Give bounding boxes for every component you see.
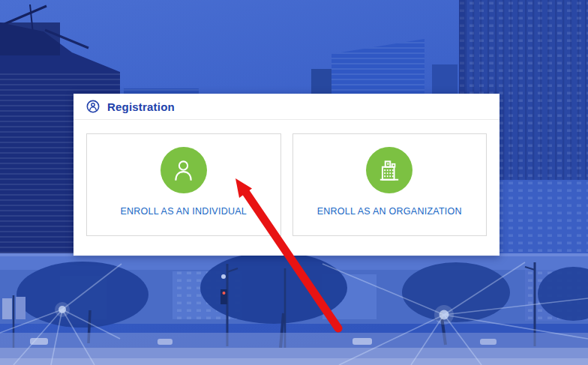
building-icon — [366, 147, 412, 193]
enroll-individual-label: ENROLL AS AN INDIVIDUAL — [120, 206, 247, 217]
enroll-organization-label: ENROLL AS AN ORGANIZATION — [317, 206, 462, 217]
person-icon — [160, 147, 207, 193]
user-circle-icon — [86, 99, 100, 114]
enroll-individual-card[interactable]: ENROLL AS AN INDIVIDUAL — [86, 133, 281, 236]
registration-screen: Registration ENROLL AS AN INDIVIDUAL — [0, 0, 588, 365]
page-title: Registration — [107, 100, 175, 113]
registration-panel: Registration ENROLL AS AN INDIVIDUAL — [74, 94, 500, 256]
panel-header: Registration — [74, 94, 500, 120]
enroll-options: ENROLL AS AN INDIVIDUAL — [74, 120, 500, 256]
enroll-organization-card[interactable]: ENROLL AS AN ORGANIZATION — [292, 133, 488, 236]
